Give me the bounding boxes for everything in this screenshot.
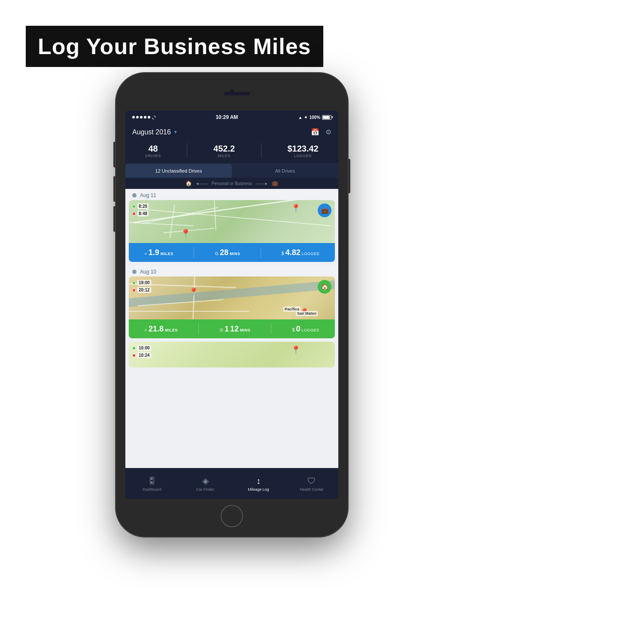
stat-logged: $123.42 Logged (287, 144, 318, 158)
battery-fill (323, 116, 330, 119)
drive-stats-2: ⟐ 21.8 MILES ⊙ 1 12 MINS (129, 319, 335, 338)
drive-card-3[interactable]: 10:00 10:24 📍 (129, 342, 335, 368)
status-left: ◟◝ (132, 115, 155, 120)
status-right: ▲ ✦ 100% (298, 115, 331, 120)
stat-miles: 452.2 Miles (213, 144, 235, 158)
swipe-hint: 🏠 ◄—— Personal or Business ——► 💼 (125, 178, 338, 189)
date-text-2: Aug 10 (140, 269, 156, 275)
nav-health-center[interactable]: 🛡 Health Center (285, 468, 338, 499)
drive-map-2: 19:00 20:12 📍 📍 Pacifica San Ma (129, 276, 335, 319)
health-center-label: Health Center (300, 487, 324, 492)
status-time: 10:29 AM (216, 114, 238, 120)
mins-number-2: 12 (230, 325, 239, 334)
badge-icon-1: 💼 (321, 207, 328, 214)
drives-label: Drives (145, 154, 161, 158)
logged-label-2: LOGGED (301, 328, 319, 332)
stats-row: 48 Drives 452.2 Miles $123.42 Logged (125, 140, 338, 164)
nav-mileage-log[interactable]: ↕ Mileage Log (232, 468, 285, 499)
start-pin-2: 📍 (189, 287, 198, 297)
start-time-2: 19:00 (137, 280, 151, 286)
logged-stat-1: $ 4.82 LOGGED (282, 248, 320, 257)
drive-list: Aug 11 8:20 (125, 189, 338, 468)
drive-card-1[interactable]: 8:20 8:48 📍 📍 � (129, 200, 335, 262)
end-dot-2 (132, 289, 136, 292)
drive-card-2[interactable]: 19:00 20:12 📍 📍 Pacifica San Ma (129, 276, 335, 338)
start-pin-1: 📍 (180, 228, 191, 239)
date-dot-2 (132, 270, 137, 274)
swipe-hint-text: Personal or Business (212, 181, 252, 186)
mins-unit-2: MINS (240, 328, 251, 332)
status-bar: ◟◝ 10:29 AM ▲ ✦ 100% (125, 111, 338, 124)
miles-unit-2: MILES (165, 328, 178, 332)
mins-stat-2: ⊙ 1 12 MINS (219, 325, 251, 334)
month-dropdown-arrow: ▼ (173, 130, 178, 134)
location-icon: ▲ (298, 115, 303, 120)
tab-all-drives[interactable]: All Drives (232, 164, 338, 178)
signal-dot-3 (140, 116, 143, 118)
bluetooth-icon: ✦ (304, 115, 307, 120)
miles-stat-2: ⟐ 21.8 MILES (144, 325, 178, 334)
drives-count: 48 (145, 144, 161, 154)
miles-count: 452.2 (213, 144, 235, 154)
category-badge-1[interactable]: 💼 (318, 204, 331, 217)
drive-map-1: 8:20 8:48 📍 📍 � (129, 200, 335, 243)
end-time-1: 8:48 (137, 211, 149, 216)
arrow-left: ◄—— (195, 181, 208, 186)
category-badge-2[interactable]: 🏠 (318, 280, 331, 294)
drive-times-1: 8:20 8:48 (132, 204, 149, 216)
drive-map-3: 10:00 10:24 📍 (129, 342, 335, 368)
stat-div-2b (271, 324, 271, 334)
miles-icon-2: ⟐ (144, 327, 147, 332)
car-finder-icon: ◈ (202, 476, 209, 486)
date-label-aug11: Aug 11 (125, 189, 338, 200)
battery-icon (322, 115, 331, 120)
mins-stat-1: ⊙ 28 MINS (215, 248, 240, 257)
logged-stat-2: $ 0 LOGGED (292, 325, 319, 334)
bottom-nav: 🎛 Dashboard ◈ Car Finder ↕ Mileage Log 🛡… (125, 468, 338, 499)
drive-stats-1: ⟐ 1.9 MILES ⊙ 28 MINS $ (129, 243, 335, 262)
logged-label-1: LOGGED (302, 252, 320, 256)
mileage-log-label: Mileage Log (248, 487, 269, 492)
end-pin-1: 📍 (291, 204, 301, 213)
dollar-icon-1: $ (282, 251, 284, 256)
screen-content: ◟◝ 10:29 AM ▲ ✦ 100% August 2016 ▼ (125, 111, 338, 468)
header-icons: 📅 ⚙ (311, 128, 331, 136)
phone-screen: ◟◝ 10:29 AM ▲ ✦ 100% August 2016 ▼ (125, 111, 338, 499)
health-center-icon: 🛡 (307, 476, 316, 486)
drive-times-3: 10:00 10:24 (132, 345, 151, 358)
nav-car-finder[interactable]: ◈ Car Finder (179, 468, 232, 499)
mileage-log-icon: ↕ (256, 476, 261, 486)
page-title: Log Your Business Miles (38, 33, 311, 59)
battery-tip (332, 116, 333, 118)
stat-divider-1 (187, 143, 187, 158)
wifi-icon: ◟◝ (152, 115, 155, 120)
miles-number-1: 1.9 (149, 248, 159, 257)
signal-dot-4 (144, 116, 146, 118)
nav-dashboard[interactable]: 🎛 Dashboard (125, 468, 179, 499)
start-time-1: 8:20 (137, 204, 149, 209)
start-dot-1 (132, 205, 136, 208)
battery-percent: 100% (309, 115, 320, 120)
month-selector[interactable]: August 2016 ▼ (132, 128, 178, 136)
signal-dots (132, 116, 150, 118)
drive-times-2: 19:00 20:12 (132, 280, 151, 293)
phone-home-button[interactable] (221, 505, 243, 527)
miles-number-2: 21.8 (149, 325, 164, 334)
signal-dot-2 (136, 116, 139, 118)
settings-icon[interactable]: ⚙ (325, 128, 331, 136)
end-time-3: 10:24 (137, 352, 151, 358)
miles-label: Miles (213, 154, 235, 158)
signal-dot-5 (148, 116, 150, 118)
tab-unclassified[interactable]: 12 Unclassified Drives (125, 164, 232, 178)
end-pin-3: 📍 (291, 345, 301, 355)
app-header: August 2016 ▼ 📅 ⚙ (125, 124, 338, 140)
date-text-1: Aug 11 (140, 192, 156, 198)
start-time-3: 10:00 (137, 345, 151, 351)
logged-number-1: 4.82 (286, 248, 301, 257)
miles-icon-1: ⟐ (144, 251, 147, 256)
calendar-icon[interactable]: 📅 (311, 128, 319, 136)
time-icon-2: ⊙ (219, 327, 223, 333)
logged-number-2: 0 (296, 325, 300, 334)
stat-div-2a (198, 324, 199, 334)
stat-drives: 48 Drives (145, 144, 161, 158)
